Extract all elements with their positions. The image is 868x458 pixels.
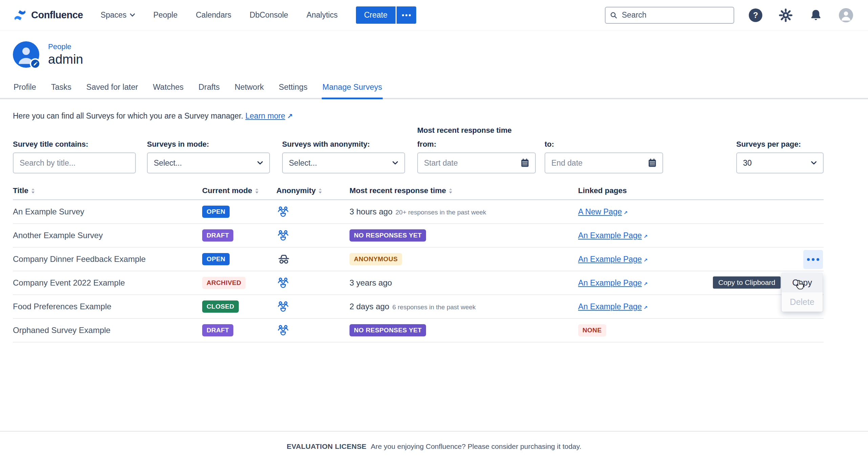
mode-badge: ARCHIVED bbox=[202, 277, 246, 289]
settings-button[interactable] bbox=[779, 8, 793, 22]
column-header-current-mode[interactable]: Current mode bbox=[202, 186, 276, 195]
external-link-icon: ↗ bbox=[643, 281, 648, 287]
response-count-note: 6 responses in the past week bbox=[392, 304, 475, 311]
chevron-down-icon bbox=[392, 161, 398, 165]
linked-page-link[interactable]: An Example Page bbox=[578, 255, 642, 264]
column-header-title[interactable]: Title bbox=[13, 186, 202, 195]
copy-tooltip: Copy to Clipboard bbox=[713, 276, 781, 289]
context-menu-item-delete[interactable]: Delete bbox=[782, 292, 823, 312]
mode-select[interactable]: Select... bbox=[147, 152, 270, 173]
context-menu-item-label: Copy bbox=[792, 278, 812, 288]
tab-settings[interactable]: Settings bbox=[278, 83, 308, 98]
profile-tabs: Profile Tasks Saved for later Watches Dr… bbox=[0, 83, 868, 99]
filter-recent-response-group: Most recent response time from: bbox=[417, 126, 663, 173]
confluence-logo[interactable]: Confluence bbox=[13, 8, 83, 22]
license-label: EVALUATION LICENSE bbox=[287, 442, 366, 450]
tab-manage-surveys[interactable]: Manage Surveys bbox=[322, 83, 383, 99]
create-more-button[interactable] bbox=[397, 6, 416, 24]
nav-item-analytics[interactable]: Analytics bbox=[306, 11, 338, 20]
filter-from: from: bbox=[417, 140, 536, 173]
table-row: Company Dinner Feedback Example OPEN ANO… bbox=[13, 248, 824, 271]
tab-watches[interactable]: Watches bbox=[152, 83, 185, 98]
gear-icon bbox=[779, 8, 793, 22]
survey-title-cell: An Example Survey bbox=[13, 207, 202, 216]
notifications-button[interactable] bbox=[809, 8, 823, 22]
sort-icon[interactable] bbox=[448, 188, 453, 194]
linked-page-link[interactable]: An Example Page bbox=[578, 278, 642, 287]
survey-title-cell: Company Event 2022 Example bbox=[13, 278, 202, 288]
mode-cell: CLOSED bbox=[202, 300, 276, 313]
survey-title: Another Example Survey bbox=[13, 231, 103, 240]
mode-cell: OPEN bbox=[202, 206, 276, 218]
survey-title-cell: Orphaned Survey Example bbox=[13, 326, 202, 335]
no-linked-page-badge: NONE bbox=[578, 324, 606, 336]
column-header-label: Most recent response time bbox=[350, 186, 446, 195]
help-button[interactable]: ? bbox=[748, 8, 763, 22]
confluence-manage-surveys-page: Confluence Spaces People Calendars DbCon… bbox=[0, 0, 868, 458]
per-page-select[interactable]: 30 bbox=[736, 152, 824, 173]
tab-saved-for-later[interactable]: Saved for later bbox=[86, 83, 139, 98]
nav-item-people[interactable]: People bbox=[153, 11, 178, 20]
mode-cell: OPEN bbox=[202, 253, 276, 265]
tab-label: Profile bbox=[14, 83, 36, 91]
column-header-linked-pages[interactable]: Linked pages bbox=[578, 186, 824, 195]
table-row: Food Preferences Example CLOSED 2 days a… bbox=[13, 295, 824, 319]
start-date-input[interactable] bbox=[417, 152, 536, 173]
create-button[interactable]: Create bbox=[356, 6, 396, 24]
linked-page-link[interactable]: A New Page bbox=[578, 207, 622, 216]
nav-item-calendars[interactable]: Calendars bbox=[196, 11, 231, 20]
nav-item-spaces[interactable]: Spaces bbox=[101, 11, 135, 20]
anonymity-cell bbox=[276, 300, 350, 313]
tab-tasks[interactable]: Tasks bbox=[50, 83, 72, 98]
nav-item-dbconsole[interactable]: DbConsole bbox=[250, 11, 288, 20]
anonymity-cell bbox=[276, 276, 350, 290]
learn-more-link[interactable]: Learn more bbox=[246, 111, 285, 120]
time-cell: NO RESPONSES YET bbox=[350, 229, 578, 242]
sort-icon[interactable] bbox=[255, 188, 259, 194]
anonymity-select[interactable]: Select... bbox=[282, 152, 405, 173]
survey-title: An Example Survey bbox=[13, 207, 84, 216]
context-menu-item-copy[interactable]: Copy bbox=[782, 273, 823, 292]
tab-profile[interactable]: Profile bbox=[13, 83, 37, 98]
license-footer: EVALUATION LICENSE Are you enjoying Conf… bbox=[0, 431, 868, 451]
users-anonymity-icon bbox=[276, 276, 290, 290]
link-cell: An Example Page↗ bbox=[578, 255, 824, 264]
recent-response-group-label: Most recent response time bbox=[417, 126, 663, 140]
table-row: Company Event 2022 Example ARCHIVED 3 ye… bbox=[13, 271, 824, 295]
user-menu-button[interactable] bbox=[839, 8, 853, 22]
response-count-note: 20+ responses in the past week bbox=[396, 209, 486, 216]
profile-avatar[interactable] bbox=[13, 41, 39, 68]
title-filter-input[interactable] bbox=[13, 152, 136, 173]
linked-page-link[interactable]: An Example Page bbox=[578, 302, 642, 311]
time-cell: ANONYMOUS bbox=[350, 253, 578, 265]
survey-title: Company Event 2022 Example bbox=[13, 278, 125, 287]
search-input[interactable] bbox=[605, 7, 734, 24]
filter-title-label: Survey title contains: bbox=[13, 140, 136, 149]
tab-label: Manage Surveys bbox=[322, 83, 382, 91]
sort-icon[interactable] bbox=[31, 188, 35, 194]
last-response-time: 3 years ago bbox=[350, 278, 392, 287]
external-link-icon: ↗ bbox=[643, 257, 648, 263]
search-icon bbox=[609, 11, 618, 20]
breadcrumb-people-link[interactable]: People bbox=[48, 42, 83, 51]
edit-avatar-icon[interactable] bbox=[30, 58, 41, 69]
nav-item-label: People bbox=[153, 11, 178, 20]
survey-title: Orphaned Survey Example bbox=[13, 326, 110, 335]
linked-page-link[interactable]: An Example Page bbox=[578, 231, 642, 240]
row-actions-button[interactable] bbox=[803, 250, 823, 269]
help-icon: ? bbox=[749, 8, 762, 22]
tab-label: Tasks bbox=[51, 83, 71, 91]
external-link-icon: ↗ bbox=[623, 210, 628, 215]
time-cell: 3 hours ago20+ responses in the past wee… bbox=[350, 207, 578, 216]
column-header-anonymity[interactable]: Anonymity bbox=[276, 186, 350, 195]
time-cell: NO RESPONSES YET bbox=[350, 324, 578, 336]
column-header-most-recent-response-time[interactable]: Most recent response time bbox=[350, 186, 578, 195]
users-anonymity-icon bbox=[276, 300, 290, 313]
tab-network[interactable]: Network bbox=[234, 83, 264, 98]
sort-icon[interactable] bbox=[318, 188, 322, 194]
ellipsis-icon bbox=[807, 258, 819, 261]
end-date-input[interactable] bbox=[545, 152, 663, 173]
table-row: An Example Survey OPEN 3 hours ago20+ re… bbox=[13, 200, 824, 224]
tab-drafts[interactable]: Drafts bbox=[198, 83, 220, 98]
column-header-label: Current mode bbox=[202, 186, 252, 195]
